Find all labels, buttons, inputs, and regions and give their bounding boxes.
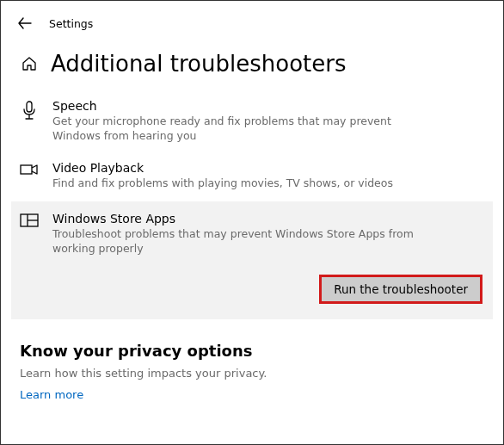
- content-area: Additional troubleshooters Speech Get yo…: [1, 39, 503, 411]
- run-row: Run the troubleshooter: [52, 275, 484, 304]
- privacy-desc: Learn how this setting impacts your priv…: [20, 367, 484, 380]
- item-title: Speech: [52, 99, 484, 113]
- header-title: Settings: [49, 17, 93, 30]
- microphone-icon: [20, 99, 39, 144]
- learn-more-link[interactable]: Learn more: [20, 388, 484, 401]
- apps-icon: [20, 212, 39, 305]
- svg-rect-0: [27, 102, 32, 112]
- privacy-heading: Know your privacy options: [20, 342, 484, 360]
- back-button[interactable]: [16, 15, 34, 32]
- page-title-row: Additional troubleshooters: [20, 51, 484, 77]
- item-body: Windows Store Apps Troubleshoot problems…: [52, 212, 484, 305]
- page-title: Additional troubleshooters: [51, 51, 346, 77]
- troubleshooter-item-store-apps[interactable]: Windows Store Apps Troubleshoot problems…: [11, 201, 493, 320]
- window-header: Settings: [1, 1, 503, 39]
- item-desc: Find and fix problems with playing movie…: [52, 176, 414, 191]
- arrow-left-icon: [18, 17, 32, 29]
- run-troubleshooter-button[interactable]: Run the troubleshooter: [319, 275, 482, 304]
- item-title: Video Playback: [52, 161, 484, 175]
- item-desc: Get your microphone ready and fix proble…: [52, 114, 414, 144]
- svg-rect-1: [21, 165, 32, 174]
- troubleshooter-item-video[interactable]: Video Playback Find and fix problems wit…: [20, 154, 484, 201]
- item-body: Video Playback Find and fix problems wit…: [52, 161, 484, 191]
- item-body: Speech Get your microphone ready and fix…: [52, 99, 484, 144]
- item-title: Windows Store Apps: [52, 212, 484, 226]
- home-icon: [20, 55, 39, 72]
- item-desc: Troubleshoot problems that may prevent W…: [52, 227, 414, 256]
- privacy-section: Know your privacy options Learn how this…: [20, 342, 484, 401]
- troubleshooter-item-speech[interactable]: Speech Get your microphone ready and fix…: [20, 92, 484, 154]
- video-icon: [20, 161, 39, 191]
